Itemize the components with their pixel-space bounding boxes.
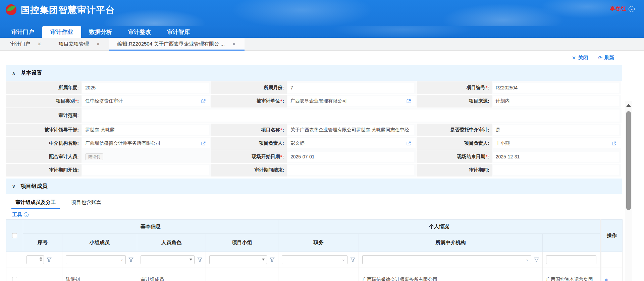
label-text: 是否委托中介审计 xyxy=(450,127,488,133)
audit-scope-input[interactable] xyxy=(82,110,620,122)
vertical-scrollbar[interactable] xyxy=(625,101,632,281)
chevron-down-icon[interactable]: ⌄ xyxy=(24,212,29,217)
field-label: 项目名称*: xyxy=(211,124,287,136)
close-icon[interactable]: ✕ xyxy=(96,42,100,47)
project-name-input[interactable]: 关于广西农垦企业管理有限公司罗世东,莫咏麟同志任中经 xyxy=(287,125,414,135)
project-leader-2-input[interactable]: 王小燕 xyxy=(493,138,621,148)
tab-edit-project[interactable]: 编辑:RZ202504 关于广西农垦企业管理有限公 ... ✕ xyxy=(109,38,245,50)
project-type-input[interactable]: 任中经济责任审计 xyxy=(82,96,210,106)
nav-item-audit-rectify[interactable]: 审计整改 xyxy=(120,26,159,38)
audit-period-start-input[interactable] xyxy=(82,165,209,175)
external-link-icon[interactable] xyxy=(406,141,411,146)
label-text: 所属月份 xyxy=(264,85,282,91)
section-title: 基本设置 xyxy=(21,70,42,77)
scrollbar-thumb[interactable] xyxy=(626,111,631,210)
project-no-input[interactable]: RZ202504 xyxy=(493,83,619,93)
external-link-icon[interactable] xyxy=(201,99,206,104)
audit-period-input[interactable] xyxy=(493,165,619,175)
colon: : xyxy=(77,167,79,173)
seq-filter-input[interactable] xyxy=(26,255,44,264)
month-input[interactable]: 7 xyxy=(287,83,414,93)
filter-icon[interactable] xyxy=(534,257,539,262)
filter-icon[interactable] xyxy=(350,257,355,262)
column-header-seq: 序号 xyxy=(23,234,62,252)
section-project-members[interactable]: ∨ 项目组成员 xyxy=(6,179,622,194)
colon: : xyxy=(77,113,79,118)
close-icon[interactable]: ✕ xyxy=(232,42,236,47)
close-icon[interactable]: ✕ xyxy=(38,42,41,47)
duty-filter-select[interactable]: ⌄ xyxy=(282,255,347,264)
field-audit-scope: 审计范围: xyxy=(6,108,622,123)
filter-icon[interactable] xyxy=(197,257,202,262)
role-filter-select[interactable] xyxy=(141,255,195,264)
filter-cell-empty xyxy=(6,252,23,268)
table-row[interactable]: 陆继钊 审计组成员 广西瑞信盛德会计师事务所有限公司 广西国控资本运营集团 ⊕ xyxy=(6,268,623,281)
field-label: 所属月份: xyxy=(211,81,287,94)
agency-filter-select[interactable]: ⌄ xyxy=(362,255,531,264)
app-header: 国控集团智慧审计平台 李春红 ⌄ xyxy=(0,0,644,26)
project-source-input[interactable]: 计划内 xyxy=(493,96,619,106)
extra-filter-input[interactable] xyxy=(546,255,596,264)
filter-icon[interactable] xyxy=(270,257,275,262)
tools-button[interactable]: 工具 xyxy=(12,212,22,218)
tab-members-division[interactable]: 审计组成员及分工 xyxy=(10,195,61,209)
close-button[interactable]: ✕ 关闭 xyxy=(572,55,588,61)
label-text: 审计范围 xyxy=(58,113,77,119)
nav-item-audit-knowledge[interactable]: 审计智库 xyxy=(159,26,198,38)
external-link-icon[interactable] xyxy=(406,99,411,104)
nav-item-audit-portal[interactable]: 审计门户 xyxy=(3,26,42,38)
group-header-basic: 基本信息 xyxy=(23,220,278,234)
chevron-down-icon: ⌄ xyxy=(526,257,529,262)
start-date-input[interactable]: 2025-07-01 xyxy=(287,152,414,162)
external-link-icon[interactable] xyxy=(201,141,206,146)
members-tabbar: 审计组成员及分工 项目包含账套 xyxy=(6,195,622,209)
filter-cell-seq xyxy=(23,252,62,268)
required-star: * xyxy=(486,154,487,159)
group-filter-select[interactable] xyxy=(209,255,267,264)
chevron-down-icon[interactable]: ⌄ xyxy=(629,6,635,12)
field-start-date: 现场开始日期*: 2025-07-01 xyxy=(211,150,416,163)
colon: : xyxy=(282,141,284,146)
audited-unit-input[interactable]: 广西农垦企业管理有限公司 xyxy=(287,96,416,106)
tab-audit-portal[interactable]: 审计门户 ✕ xyxy=(1,38,50,50)
filter-cell-agency: ⌄ xyxy=(359,252,543,268)
cell-role: 审计组成员 xyxy=(137,268,206,281)
label-text: 审计期间 xyxy=(469,167,488,173)
end-date-input[interactable]: 2025-12-31 xyxy=(493,152,619,162)
year-input[interactable]: 2025 xyxy=(82,83,209,93)
filter-icon[interactable] xyxy=(47,257,52,262)
audit-period-end-input[interactable] xyxy=(287,165,414,175)
collapse-icon[interactable]: ∧ xyxy=(12,71,15,76)
number-spinner[interactable] xyxy=(40,257,42,261)
external-link-icon[interactable] xyxy=(611,141,616,146)
nav-item-data-analysis[interactable]: 数据分析 xyxy=(81,26,120,38)
field-label: 现场结束日期*: xyxy=(417,150,492,163)
section-basic-settings[interactable]: ∧ 基本设置 xyxy=(6,65,622,81)
user-name[interactable]: 李春红 xyxy=(610,5,626,12)
scroll-up-icon[interactable] xyxy=(626,104,631,107)
field-project-no: 项目编号*: RZ202504 xyxy=(417,81,621,94)
tab-project-ledgers[interactable]: 项目包含账套 xyxy=(66,195,107,209)
filter-icon[interactable] xyxy=(128,257,133,262)
row-action-icon[interactable]: ⊕ xyxy=(605,277,608,281)
audited-leaders-input[interactable]: 罗世东,莫咏麟 xyxy=(82,125,209,135)
field-intermediary-name: 中介机构名称: 广西瑞信盛德会计师事务所有限公司 xyxy=(6,137,211,150)
group-header-personal: 个人情况 xyxy=(278,220,601,234)
user-menu[interactable]: 李春红 ⌄ xyxy=(610,5,635,12)
row-checkbox[interactable] xyxy=(12,277,17,281)
colon: : xyxy=(77,127,79,133)
form-row: 审计期间开始: 审计期间结束: 审计期间: xyxy=(6,164,622,177)
member-filter-select[interactable]: ⌄ xyxy=(66,255,126,264)
label-text: 项目来源 xyxy=(469,98,488,104)
expand-icon[interactable]: ∨ xyxy=(12,184,15,189)
refresh-button[interactable]: ⟳ 刷新 xyxy=(598,55,614,61)
column-header-role: 人员角色 xyxy=(137,234,206,252)
field-label: 审计期间: xyxy=(417,164,492,177)
tab-project-initiation[interactable]: 项目立项管理 ✕ xyxy=(50,38,109,50)
intermediary-entrusted-input[interactable]: 是 xyxy=(493,125,619,135)
assisting-auditors-input[interactable]: 陆继钊 xyxy=(82,152,209,162)
project-leader-1-input[interactable]: 彭文婷 xyxy=(287,138,416,148)
select-all-checkbox[interactable] xyxy=(12,233,17,238)
intermediary-name-input[interactable]: 广西瑞信盛德会计师事务所有限公司 xyxy=(82,138,210,148)
nav-item-audit-work[interactable]: 审计作业 xyxy=(42,26,81,38)
